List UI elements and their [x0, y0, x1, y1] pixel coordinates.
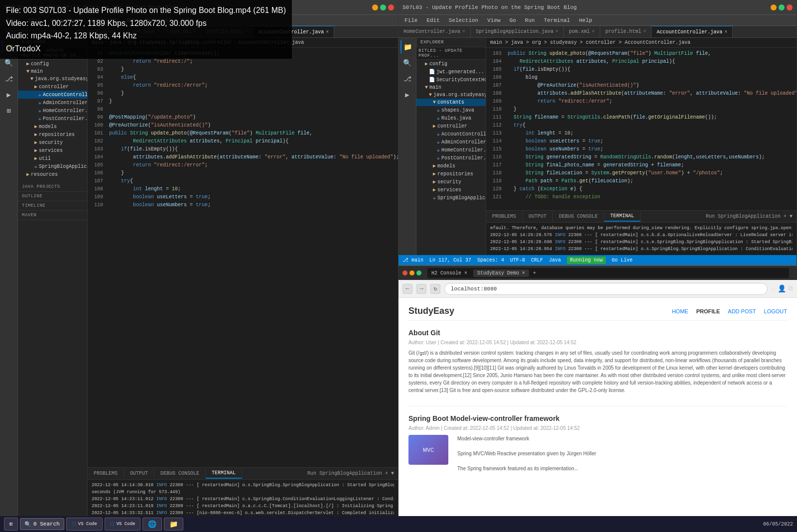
taskbar-chrome[interactable]: 🌐 — [142, 518, 162, 531]
tab-springblog-right[interactable]: SpringBlogApplication.java × — [471, 26, 564, 38]
url-bar[interactable]: localhost:8080 — [444, 283, 768, 295]
sidebar-springblogapp-right[interactable]: ☕ SpringBlogApplication.java — [416, 194, 486, 202]
back-btn[interactable]: ← — [402, 284, 412, 294]
panel-tab-problems-left[interactable]: PROBLEMS — [88, 469, 124, 478]
sidebar-jwtgen-right[interactable]: 📄 jwt.generated... — [416, 68, 486, 76]
sidebar-shapes-right[interactable]: ☕ shapes.java — [416, 106, 486, 114]
sidebar-postcontroller-right[interactable]: ☕ PostController.java — [416, 154, 486, 162]
extensions-browser-icon[interactable]: ⧉ — [788, 284, 793, 293]
tab-homecontroller-right[interactable]: HomeController.java × — [398, 26, 471, 38]
sidebar-repositories[interactable]: ▶ repositories — [18, 131, 87, 138]
tab-pom-right[interactable]: pom.xml × — [564, 26, 600, 38]
nav-profile[interactable]: PROFILE — [696, 308, 720, 314]
sidebar-main[interactable]: ▼ main — [18, 68, 87, 75]
sidebar-postcontroller[interactable]: ☕ PostController.java — [18, 115, 87, 123]
sidebar-homecontroller[interactable]: ☕ HomeController.java — [18, 107, 87, 115]
sidebar-rules-right[interactable]: ☕ Rules.java — [416, 114, 486, 122]
explorer-icon-right[interactable]: 📁 — [400, 40, 414, 54]
sidebar-models[interactable]: ▶ models — [18, 123, 87, 131]
menu-go-right[interactable]: Go — [506, 16, 520, 24]
taskbar-vscode-left[interactable]: ⬡ VS Code — [66, 518, 103, 531]
close-btn-right[interactable] — [787, 4, 793, 10]
panel-tab-debug-left[interactable]: DEBUG CONSOLE — [154, 469, 206, 478]
minimize-btn-right[interactable] — [771, 4, 777, 10]
menu-run-right[interactable]: Run — [521, 16, 539, 24]
sidebar-main-right[interactable]: ▼ main — [416, 84, 486, 91]
browser-maximize-btn[interactable] — [416, 270, 421, 275]
sidebar-resources[interactable]: ▶ resources — [18, 170, 87, 178]
panel-tab-problems-right[interactable]: PROBLEMS — [486, 212, 523, 221]
sidebar-config[interactable]: ▶ config — [18, 60, 87, 68]
panel-tab-output-left[interactable]: OUTPUT — [124, 469, 154, 478]
menu-selection-right[interactable]: Selection — [445, 16, 482, 24]
menu-help-right[interactable]: Help — [575, 16, 596, 24]
terminal-content-right[interactable]: efault. Therefore, database queries may … — [486, 223, 797, 255]
git-icon-left[interactable]: ⎇ — [2, 72, 16, 86]
minimize-btn-left[interactable] — [372, 4, 378, 10]
sidebar-constants-right[interactable]: ▼ constants — [416, 99, 486, 106]
panel-tab-terminal-left[interactable]: TERMINAL — [206, 468, 242, 479]
code-editor-right[interactable]: 103104105106107 108109110111112 11311411… — [486, 48, 797, 210]
maximize-btn-left[interactable] — [380, 4, 386, 10]
tab-profile-right[interactable]: profile.html × — [600, 26, 652, 38]
menu-terminal-right[interactable]: Terminal — [540, 16, 574, 24]
panel-tab-terminal-right[interactable]: TERMINAL — [604, 211, 641, 222]
status-golive-right[interactable]: Go Live — [612, 258, 633, 263]
close-btn-left[interactable] — [388, 4, 394, 10]
nav-addpost[interactable]: ADD POST — [728, 308, 756, 314]
browser-page-content[interactable]: StudyEasy HOME PROFILE ADD POST LOGOUT A… — [398, 298, 797, 532]
code-content-left[interactable]: SecurityContextHolder.clearContext(); re… — [105, 48, 398, 467]
sidebar-security-right[interactable]: ▶ security — [416, 178, 486, 186]
debug-icon-left[interactable]: ▶ — [2, 88, 16, 102]
browser-minimize-btn[interactable] — [409, 270, 414, 275]
bookmark-icon[interactable]: ☆ — [772, 284, 776, 293]
sidebar-security[interactable]: ▶ security — [18, 138, 87, 146]
forward-btn[interactable]: → — [416, 284, 426, 294]
menu-view-right[interactable]: View — [483, 16, 504, 24]
sidebar-studyeasy-right[interactable]: ▼ java.org.studyeasy.Son... — [416, 91, 486, 99]
sidebar-right: EXPLORER BITLES - UPDATE PROF... ▶ confi… — [416, 38, 486, 255]
tab-accountcontroller-right[interactable]: AccountController.java × — [652, 26, 733, 38]
sidebar-util[interactable]: ▶ util — [18, 154, 87, 162]
sidebar-services-right[interactable]: ▶ services — [416, 186, 486, 194]
sidebar-admincontroller-right[interactable]: ☕ AdminController.java — [416, 138, 486, 146]
sidebar-springblogapp[interactable]: ☕ SpringBlogApplication.java — [18, 162, 87, 170]
studyeasy-tab[interactable]: StudyEasy Demo × — [473, 269, 529, 277]
sidebar-admincontroller[interactable]: ☕ AdminController.java — [18, 99, 87, 107]
browser-tab-bar[interactable]: H2 Console × StudyEasy Demo × + — [427, 268, 789, 278]
sidebar-accountcontroller[interactable]: ☕ AccountController.java — [18, 91, 87, 99]
panel-tab-output-right[interactable]: OUTPUT — [523, 212, 553, 221]
menu-edit-right[interactable]: Edit — [422, 16, 443, 24]
sidebar-accountcontroller-right[interactable]: ☕ AccountController.java — [416, 130, 486, 138]
maximize-btn-right[interactable] — [779, 4, 785, 10]
taskbar-vscode-right[interactable]: ⬡ VS Code — [105, 518, 141, 531]
sidebar-repositories-right[interactable]: ▶ repositories — [416, 170, 486, 178]
sidebar-config-right[interactable]: ▶ config — [416, 60, 486, 68]
sidebar-services[interactable]: ▶ services — [18, 146, 87, 154]
refresh-btn[interactable]: ↻ — [430, 284, 440, 294]
search-icon-right[interactable]: 🔍 — [400, 56, 414, 70]
taskbar-search[interactable]: 🔍 0 Search — [20, 518, 64, 530]
debug-icon-right[interactable]: ▶ — [400, 88, 414, 102]
code-editor-left[interactable]: 9192939495 96979899100 101102103104105 1… — [88, 48, 398, 467]
sidebar-models-right[interactable]: ▶ models — [416, 162, 486, 170]
start-btn[interactable]: ⊞ — [4, 518, 18, 531]
menu-file-right[interactable]: File — [400, 16, 421, 24]
sidebar-controller-right[interactable]: ▶ controller — [416, 122, 486, 130]
h2-console-tab[interactable]: H2 Console × — [431, 270, 467, 276]
panel-tab-debug-right[interactable]: DEBUG CONSOLE — [553, 212, 604, 221]
bottom-panel-right: PROBLEMS OUTPUT DEBUG CONSOLE TERMINAL R… — [486, 210, 797, 255]
extensions-icon-left[interactable]: ⊞ — [2, 104, 16, 118]
git-icon-right[interactable]: ⎇ — [400, 72, 414, 86]
user-icon[interactable]: 👤 — [778, 284, 786, 293]
new-tab-btn[interactable]: + — [533, 270, 536, 276]
taskbar-explorer[interactable]: 📁 — [164, 518, 183, 531]
code-content-right[interactable]: public String update_photo(@RequestParam… — [504, 48, 797, 210]
sidebar-studyeasy[interactable]: ▼ java.org.studyeasy.Sp... — [18, 75, 87, 83]
sidebar-controller[interactable]: ▶ controller — [18, 83, 87, 91]
browser-close-btn[interactable] — [402, 270, 407, 275]
nav-logout[interactable]: LOGOUT — [764, 308, 787, 314]
nav-home[interactable]: HOME — [672, 308, 688, 314]
sidebar-homecontroller-right[interactable]: ☕ HomeController.java — [416, 146, 486, 154]
sidebar-security-ctx-right[interactable]: 📄 SecurityContextHolder... — [416, 76, 486, 84]
